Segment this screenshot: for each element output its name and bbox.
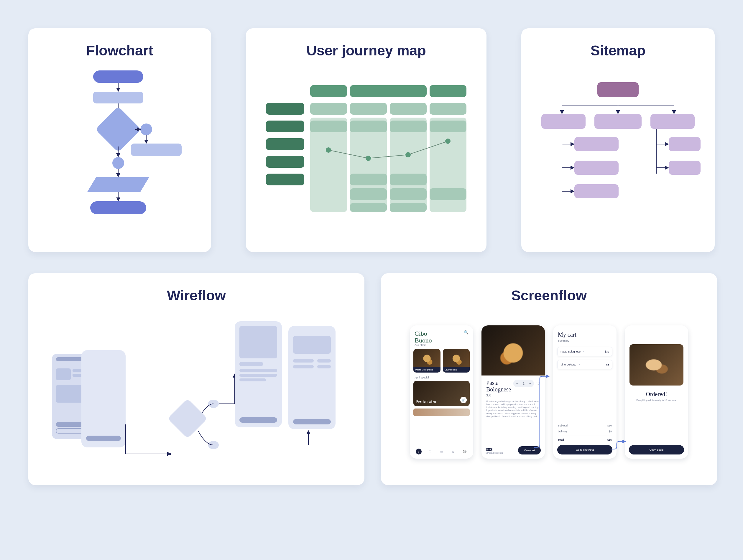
offer-capricciosa[interactable]: Capricciosa — [443, 349, 470, 373]
svg-rect-24 — [350, 103, 387, 115]
svg-rect-87 — [239, 417, 277, 423]
screenflow-illustration: Cibo Buono 🔍 Our offers Pasta Bolognese — [395, 315, 703, 469]
card-user-journey-map: User journey map — [246, 28, 486, 252]
svg-rect-19 — [266, 121, 304, 132]
svg-rect-17 — [430, 85, 467, 97]
svg-point-10 — [112, 157, 124, 169]
journey-illustration — [260, 71, 472, 235]
svg-rect-78 — [168, 399, 208, 438]
journey-svg — [260, 85, 472, 221]
svg-rect-76 — [86, 436, 121, 441]
nav-profile-icon[interactable]: ☺ — [450, 449, 456, 455]
svg-rect-16 — [350, 85, 427, 97]
total-value: $35 — [607, 438, 612, 441]
section-april-special: April special — [410, 373, 473, 381]
favorite-icon[interactable]: ♡ — [536, 381, 540, 386]
confirmation-image — [629, 344, 684, 385]
cart-item2-name: Vino Dolcetto — [561, 363, 576, 366]
footer-total-sub: 1 Pasta Bolognese — [486, 452, 503, 454]
nav-home-icon[interactable]: ⌂ — [416, 449, 422, 455]
cart-title: My cart — [553, 325, 616, 339]
footer-total-price: 30$ — [486, 447, 503, 452]
card-title-journey: User journey map — [306, 42, 426, 59]
delivery-value: $5 — [609, 430, 612, 433]
svg-rect-82 — [239, 326, 277, 359]
svg-rect-75 — [81, 350, 126, 448]
svg-point-44 — [405, 152, 411, 157]
svg-rect-54 — [650, 114, 695, 129]
svg-point-42 — [326, 147, 331, 153]
svg-point-43 — [365, 156, 371, 161]
svg-rect-85 — [239, 374, 277, 377]
nav-chat-icon[interactable]: 💬 — [462, 449, 468, 455]
svg-rect-41 — [390, 203, 427, 212]
svg-rect-14 — [90, 201, 146, 214]
svg-rect-93 — [317, 365, 331, 368]
svg-rect-90 — [293, 359, 314, 363]
subtotal-label: Subtotal — [558, 424, 568, 427]
offer-caption-2: Capricciosa — [443, 367, 470, 373]
card-flowchart: Flowchart — [28, 28, 211, 252]
screenflow-phone-cart: My cart Summary Pasta Bolognese × $30 Vi… — [553, 325, 616, 459]
card-title-wireflow: Wireflow — [167, 287, 226, 304]
brand-line1: Cibo — [414, 330, 432, 337]
svg-rect-83 — [239, 362, 263, 366]
view-cart-button[interactable]: View cart — [518, 446, 541, 455]
cart-item1-name: Pasta Bolognese — [561, 350, 580, 353]
svg-rect-91 — [317, 359, 331, 363]
svg-rect-38 — [390, 188, 427, 200]
svg-rect-37 — [350, 188, 387, 200]
special-premium-wines[interactable]: Premium wines 🛒 — [413, 381, 470, 406]
nav-orders-icon[interactable]: ▭ — [439, 449, 445, 455]
section-our-offers: Our offers — [410, 344, 473, 349]
svg-rect-26 — [430, 103, 467, 115]
svg-rect-69 — [56, 368, 71, 380]
svg-rect-35 — [350, 174, 387, 185]
cart-row-2: Vino Dolcetto × $8 — [557, 360, 612, 369]
svg-point-5 — [140, 124, 152, 135]
svg-rect-89 — [293, 336, 331, 354]
svg-rect-94 — [293, 419, 331, 424]
svg-rect-60 — [574, 160, 619, 175]
confirmation-ok-button[interactable]: Okay, got it! — [629, 445, 684, 455]
offer-thumbs: Pasta Bolognese Capricciosa — [410, 349, 473, 373]
svg-rect-53 — [595, 114, 642, 129]
checkout-button[interactable]: Go to checkout — [557, 445, 612, 455]
card-wireflow: Wireflow — [28, 273, 364, 485]
svg-rect-18 — [266, 103, 304, 115]
svg-rect-65 — [669, 137, 701, 151]
svg-rect-34 — [430, 121, 467, 132]
svg-rect-86 — [239, 378, 266, 381]
subtotal-value: $30 — [607, 424, 612, 427]
offer-caption-1: Pasta Bolognese — [413, 367, 440, 373]
wireflow-svg — [43, 315, 350, 469]
svg-rect-66 — [669, 160, 701, 175]
sitemap-illustration — [535, 71, 701, 235]
card-screenflow: Screenflow Cibo Buono 🔍 Our offers — [381, 273, 717, 485]
search-icon[interactable]: 🔍 — [464, 330, 469, 334]
svg-point-77 — [169, 453, 171, 455]
promo-strip — [413, 409, 470, 416]
quantity-stepper[interactable]: −1+ — [513, 380, 534, 387]
svg-rect-21 — [266, 156, 304, 168]
svg-rect-31 — [310, 121, 347, 132]
dish-title-line1: Pasta — [486, 380, 511, 386]
svg-point-45 — [445, 139, 450, 144]
dish-description: Genuine ragù alla bolognese is a slowly … — [486, 400, 540, 418]
bottom-nav: ⌂ ♡ ▭ ☺ 💬 — [410, 445, 473, 459]
nav-favorites-icon[interactable]: ♡ — [427, 449, 433, 455]
svg-rect-40 — [350, 203, 387, 212]
cart-item1-remove-icon[interactable]: × — [583, 350, 584, 353]
card-title-flowchart: Flowchart — [86, 42, 153, 59]
special-caption: Premium wines — [416, 400, 436, 403]
offer-pasta-bolognese[interactable]: Pasta Bolognese — [413, 349, 440, 373]
flowchart-illustration — [42, 71, 197, 235]
svg-rect-59 — [574, 137, 619, 151]
svg-rect-25 — [390, 103, 427, 115]
card-sitemap: Sitemap — [521, 28, 715, 252]
cart-icon[interactable]: 🛒 — [460, 397, 467, 403]
svg-rect-15 — [310, 85, 347, 97]
flowchart-svg — [58, 71, 182, 235]
cart-item2-remove-icon[interactable]: × — [578, 363, 580, 366]
card-title-sitemap: Sitemap — [591, 42, 646, 59]
